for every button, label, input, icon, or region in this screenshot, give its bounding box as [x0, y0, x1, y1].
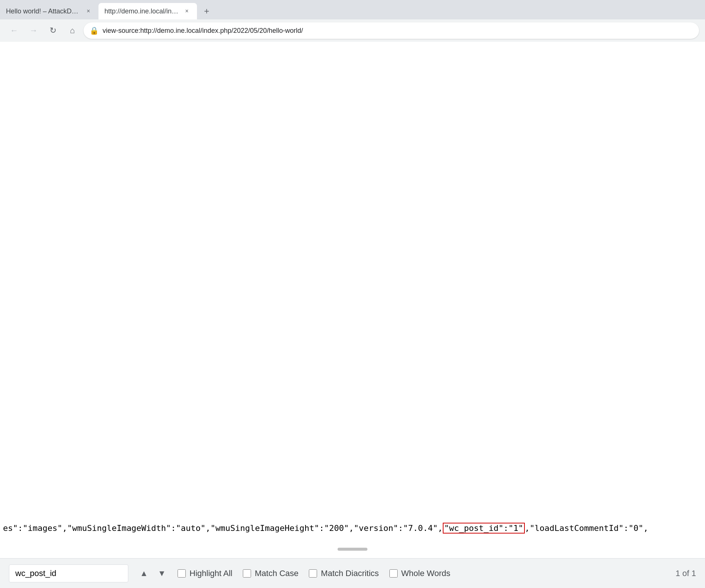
match-case-option[interactable]: Match Case [243, 569, 298, 578]
source-text-before: es":"images","wmuSingleImageWidth":"auto… [3, 523, 443, 533]
page-content: es":"images","wmuSingleImageWidth":"auto… [0, 42, 705, 558]
find-navigation: ▲ ▼ [136, 565, 170, 582]
match-case-checkbox[interactable] [243, 569, 251, 578]
find-next-button[interactable]: ▼ [154, 565, 170, 582]
whole-words-checkbox[interactable] [389, 569, 398, 578]
address-bar-row: ← → ↻ ⌂ 🔒 view-source:http://demo.ine.lo… [0, 19, 705, 42]
forward-button[interactable]: → [25, 22, 42, 39]
match-diacritics-option[interactable]: Match Diacritics [309, 569, 379, 578]
find-input[interactable] [9, 564, 128, 582]
match-case-label: Match Case [255, 569, 298, 578]
find-result-count: 1 of 1 [676, 569, 696, 578]
tab-1-close[interactable]: × [84, 7, 93, 15]
source-code-line: es":"images","wmuSingleImageWidth":"auto… [0, 520, 705, 536]
reload-button[interactable]: ↻ [45, 22, 61, 39]
tab-2-close[interactable]: × [183, 7, 191, 15]
highlight-all-option[interactable]: Highlight All [178, 569, 232, 578]
find-options: Highlight All Match Case Match Diacritic… [178, 569, 450, 578]
new-tab-button[interactable]: + [198, 3, 215, 19]
match-diacritics-label: Match Diacritics [321, 569, 379, 578]
tab-1-title: Hello world! – AttackDefe [6, 7, 81, 15]
lock-icon: 🔒 [90, 26, 99, 35]
highlight-all-label: Highlight All [189, 569, 232, 578]
tab-1[interactable]: Hello world! – AttackDefe × [0, 3, 98, 19]
match-diacritics-checkbox[interactable] [309, 569, 317, 578]
home-button[interactable]: ⌂ [64, 22, 81, 39]
highlight-all-checkbox[interactable] [178, 569, 186, 578]
back-button[interactable]: ← [6, 22, 22, 39]
find-prev-button[interactable]: ▲ [136, 565, 152, 582]
address-text: view-source:http://demo.ine.local/index.… [103, 27, 693, 35]
source-text-after: ,"loadLastCommentId":"0", [525, 523, 648, 533]
address-bar[interactable]: 🔒 view-source:http://demo.ine.local/inde… [84, 22, 699, 39]
browser-chrome: Hello world! – AttackDefe × http://demo.… [0, 0, 705, 42]
find-bar: ▲ ▼ Highlight All Match Case Match Diacr… [0, 558, 705, 588]
whole-words-option[interactable]: Whole Words [389, 569, 451, 578]
scrollbar-thumb[interactable] [338, 548, 367, 551]
tab-2-title: http://demo.ine.local/inde [104, 7, 179, 15]
tab-2[interactable]: http://demo.ine.local/inde × [98, 3, 197, 19]
highlighted-match: "wc_post_id":"1" [443, 523, 525, 534]
tab-bar: Hello world! – AttackDefe × http://demo.… [0, 0, 705, 19]
whole-words-label: Whole Words [401, 569, 451, 578]
